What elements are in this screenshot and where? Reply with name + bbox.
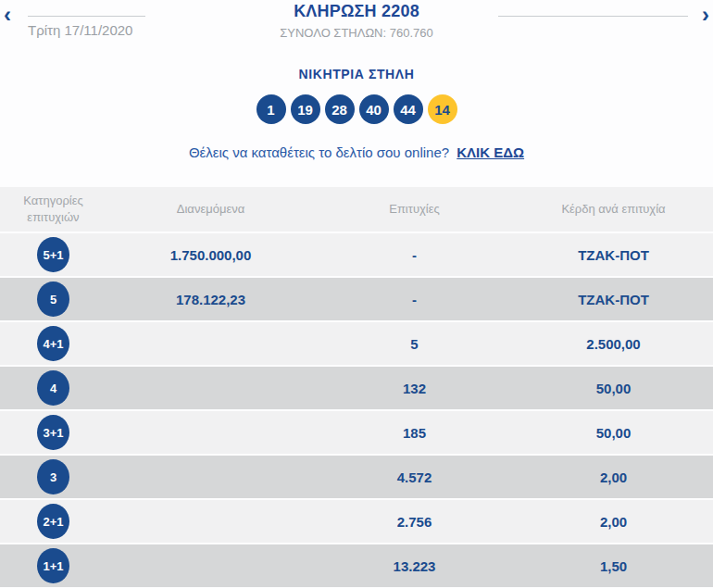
- table-row: 5+1 1.750.000,00 - ΤΖΑΚ-ΠΟΤ: [0, 233, 713, 276]
- cell-winners: -: [315, 292, 514, 307]
- cell-winners: 13.223: [315, 558, 514, 574]
- table-row: 3+1 185 50,00: [0, 411, 713, 454]
- cell-winners: 5: [315, 336, 514, 352]
- winning-number-ball: 40: [359, 94, 389, 124]
- winning-column-section: ΝΙΚΗΤΡΙΑ ΣΤΗΛΗ 11928404414 Θέλεις να κατ…: [0, 48, 713, 160]
- category-badge: 4+1: [37, 326, 69, 361]
- table-row: 1+1 13.223 1,50: [0, 544, 713, 587]
- column-header-category: Κατηγορίες επιτυχιών: [0, 193, 106, 225]
- table-row: 4+1 5 2.500,00: [0, 322, 713, 365]
- cell-winners: 132: [315, 381, 514, 396]
- cell-distributed: 178.122,23: [106, 292, 315, 307]
- cell-winners: 4.572: [315, 469, 514, 485]
- results-table: Κατηγορίες επιτυχιών Διανεμόμενα Επιτυχί…: [0, 187, 713, 588]
- winning-numbers: 11928404414: [0, 94, 713, 124]
- draw-header: ‹ Τρίτη 17/11/2020 ΚΛΗΡΩΣΗ 2208 ΣΥΝΟΛΟ Σ…: [0, 0, 713, 48]
- online-prompt-text: Θέλεις να καταθέτεις το δελτίο σου onlin…: [189, 144, 449, 160]
- online-prompt: Θέλεις να καταθέτεις το δελτίο σου onlin…: [0, 144, 713, 160]
- cell-prize: ΤΖΑΚ-ΠΟΤ: [514, 292, 713, 307]
- table-row: 3 4.572 2,00: [0, 456, 713, 498]
- table-row: 4 132 50,00: [0, 367, 713, 409]
- cell-prize: ΤΖΑΚ-ΠΟΤ: [514, 247, 713, 263]
- table-row: 5 178.122,23 - ΤΖΑΚ-ΠΟΤ: [0, 278, 713, 320]
- click-here-link[interactable]: ΚΛΙΚ ΕΔΩ: [457, 144, 524, 160]
- column-header-prize: Κέρδη ανά επιτυχία: [514, 201, 713, 218]
- winning-number-ball: 19: [291, 94, 320, 124]
- cell-prize: 2,00: [514, 469, 713, 485]
- draw-title: ΚΛΗΡΩΣΗ 2208: [0, 2, 713, 21]
- column-header-distributed: Διανεμόμενα: [106, 201, 315, 218]
- column-header-winners: Επιτυχίες: [315, 201, 514, 218]
- cell-prize: 1,50: [514, 558, 713, 574]
- winning-number-ball: 1: [256, 94, 286, 124]
- cell-prize: 50,00: [514, 425, 713, 441]
- winning-number-ball: 28: [325, 94, 355, 124]
- cell-prize: 2.500,00: [514, 336, 713, 352]
- table-row: 2+1 2.756 2,00: [0, 500, 713, 543]
- category-badge: 3+1: [37, 415, 69, 450]
- cell-prize: 2,00: [514, 514, 713, 530]
- winning-column-title: ΝΙΚΗΤΡΙΑ ΣΤΗΛΗ: [0, 67, 713, 81]
- cell-distributed: 1.750.000,00: [106, 247, 315, 263]
- winning-number-joker: 14: [428, 94, 457, 124]
- header-divider-right: [498, 16, 688, 17]
- winning-number-ball: 44: [394, 94, 423, 124]
- category-badge: 2+1: [37, 504, 69, 539]
- cell-prize: 50,00: [514, 381, 713, 396]
- cell-winners: 2.756: [315, 514, 514, 530]
- category-badge: 5+1: [37, 237, 69, 272]
- table-header-row: Κατηγορίες επιτυχιών Διανεμόμενα Επιτυχί…: [0, 187, 713, 231]
- category-badge: 4: [37, 370, 69, 406]
- cell-winners: 185: [315, 425, 514, 441]
- category-badge: 5: [37, 281, 69, 317]
- next-draw-button[interactable]: ›: [702, 4, 709, 26]
- category-badge: 3: [37, 459, 69, 494]
- category-badge: 1+1: [37, 548, 69, 583]
- total-columns-label: ΣΥΝΟΛΟ ΣΤΗΛΩΝ: 760.760: [0, 26, 713, 40]
- results-table-body: 5+1 1.750.000,00 - ΤΖΑΚ-ΠΟΤ 5 178.122,23…: [0, 233, 713, 587]
- lottery-results-page: ‹ Τρίτη 17/11/2020 ΚΛΗΡΩΣΗ 2208 ΣΥΝΟΛΟ Σ…: [0, 0, 713, 588]
- cell-winners: -: [315, 247, 514, 263]
